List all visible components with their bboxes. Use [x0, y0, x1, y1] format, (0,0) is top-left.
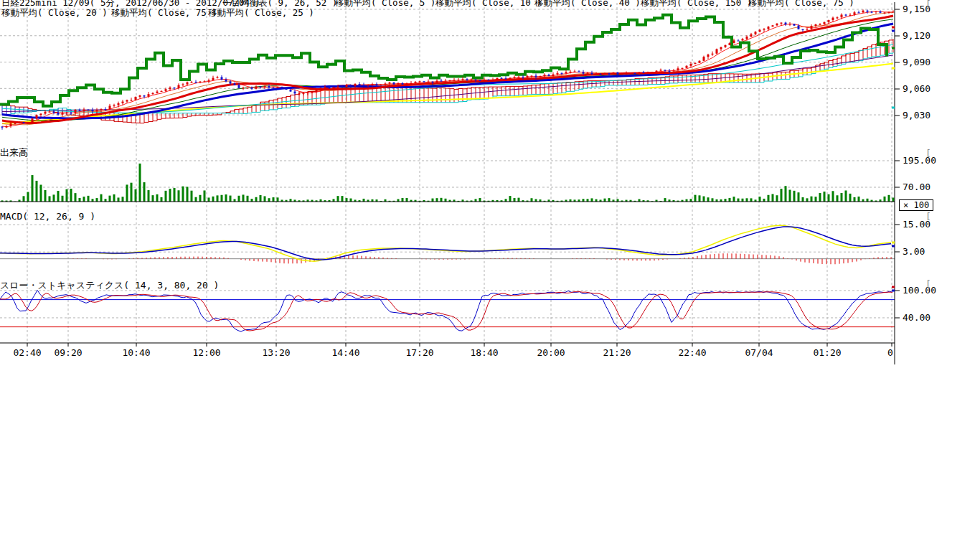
- candle-body: [105, 109, 107, 110]
- volume-bar: [350, 199, 352, 202]
- candle-body: [311, 92, 314, 93]
- volume-bar: [195, 197, 197, 202]
- volume-bar: [440, 198, 443, 202]
- x-axis-label: 09:20: [54, 347, 82, 358]
- stoch-axis-label: 40.00: [903, 312, 930, 323]
- candle-body: [832, 18, 834, 20]
- volume-bar: [148, 190, 150, 202]
- legend-item: 移動平均( Close, 25 ): [208, 7, 314, 19]
- volume-bar: [212, 197, 215, 202]
- candle-body: [75, 110, 77, 113]
- candle-body: [544, 75, 546, 76]
- volume-bar: [44, 190, 47, 202]
- volume-bar: [763, 199, 765, 202]
- candle-body: [583, 72, 585, 74]
- volume-bar: [234, 199, 236, 202]
- candle-body: [798, 26, 800, 29]
- x-axis-label: 22:40: [678, 347, 706, 358]
- candle-body: [742, 39, 744, 40]
- volume-bar: [742, 199, 744, 202]
- candle-body: [867, 11, 869, 12]
- pane-scroll-bracket: [: [925, 278, 931, 289]
- volume-bar: [858, 197, 860, 202]
- candle-body: [763, 29, 765, 30]
- x-axis-label: 14:40: [331, 347, 359, 358]
- candle-body: [178, 85, 180, 88]
- candle-body: [587, 73, 589, 74]
- volume-bar: [251, 199, 253, 202]
- volume-bar: [841, 193, 843, 202]
- candle-body: [329, 87, 331, 88]
- volume-bar: [83, 197, 85, 202]
- volume-bar: [854, 197, 856, 202]
- candle-body: [354, 84, 357, 86]
- volume-bar: [264, 196, 266, 202]
- candle-body: [565, 72, 567, 73]
- candle-body: [195, 82, 197, 83]
- volume-bar: [436, 198, 438, 202]
- volume-bar: [277, 197, 279, 202]
- volume-bar: [156, 194, 159, 202]
- candle-body: [380, 85, 382, 85]
- candle-body: [440, 80, 443, 81]
- volume-bar: [290, 199, 292, 202]
- candle-body: [716, 49, 718, 53]
- candle-body: [316, 90, 318, 92]
- volume-bar: [806, 198, 809, 202]
- volume-bar: [776, 195, 778, 202]
- candle-body: [793, 24, 796, 25]
- candle-body: [806, 29, 809, 29]
- candle-body: [320, 88, 322, 90]
- volume-bar: [191, 191, 193, 202]
- candle-body: [875, 11, 877, 12]
- candle-body: [14, 123, 17, 124]
- volume-bar: [781, 189, 783, 202]
- volume-bar: [36, 181, 38, 202]
- candle-body: [122, 102, 124, 103]
- volume-bar: [109, 196, 111, 202]
- candle-body: [484, 80, 486, 80]
- volume-bar: [583, 199, 585, 202]
- candle-body: [385, 83, 387, 84]
- candle-body: [660, 70, 662, 70]
- candle-body: [733, 40, 735, 43]
- volume-bar: [113, 194, 116, 202]
- candle-body: [62, 113, 64, 115]
- volume-bar: [268, 198, 270, 202]
- volume-bar: [208, 197, 210, 202]
- candle-body: [208, 80, 210, 82]
- candle-body: [221, 77, 223, 80]
- candle-body: [402, 83, 404, 85]
- volume-bar: [892, 197, 895, 202]
- legend-item: 移動平均( Close, 10 ): [435, 0, 542, 9]
- volume-bar: [126, 184, 128, 202]
- volume-bar: [824, 192, 826, 202]
- volume-bar: [62, 196, 64, 202]
- volume-bar: [445, 199, 447, 202]
- chart-plot-area[interactable]: 02:4009:2010:4012:0013:2014:4017:2018:40…: [0, 0, 980, 551]
- x-axis-label: 10:40: [122, 347, 150, 358]
- volume-bar: [161, 197, 163, 202]
- volume-multiplier-badge: × 100: [899, 199, 933, 211]
- candle-body: [471, 80, 473, 80]
- macd-pane-title: MACD( 12, 26, 9 ): [0, 211, 95, 222]
- pane-scroll-bracket: [: [925, 148, 931, 159]
- volume-bar: [260, 195, 262, 202]
- volume-bar: [738, 199, 740, 202]
- candle-body: [165, 89, 167, 91]
- volume-bar: [174, 188, 176, 202]
- candle-body: [152, 93, 154, 94]
- candle-body: [750, 34, 753, 37]
- volume-bar: [333, 199, 335, 202]
- candle-body: [781, 23, 783, 24]
- candle-body: [518, 77, 520, 77]
- candle-body: [621, 74, 623, 75]
- volume-bar: [105, 199, 107, 202]
- candle-body: [595, 74, 598, 75]
- candle-body: [647, 72, 649, 73]
- candle-body: [286, 88, 288, 90]
- candle-body: [570, 72, 572, 72]
- candle-body: [423, 81, 425, 82]
- volume-bar: [432, 199, 434, 202]
- volume-bar: [832, 191, 834, 202]
